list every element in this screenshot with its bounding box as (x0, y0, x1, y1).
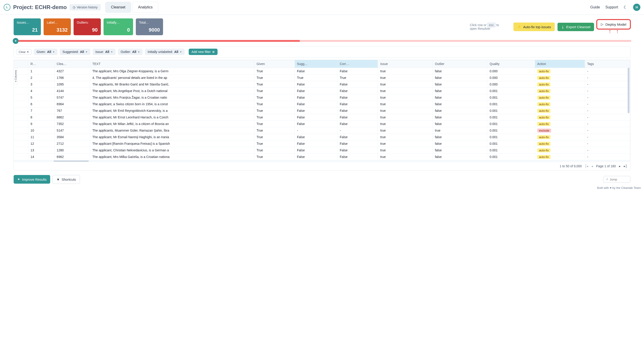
pager-prev-icon[interactable]: ◂ (591, 164, 593, 168)
action-badge: auto-fix (537, 122, 551, 126)
deploy-button[interactable]: ▷ Deploy Model (597, 20, 630, 29)
pager-last-icon[interactable]: ▸⎮ (624, 164, 627, 168)
add-filter-button[interactable]: Add new filter ⊕ (189, 49, 218, 55)
horizontal-scrollbar-thumb[interactable] (54, 160, 89, 162)
cell-action: auto-fix (535, 147, 585, 153)
cell-text: The applicants, Mr Branko Garić and Mr S… (90, 81, 254, 88)
columns-panel-toggle[interactable]: ≡ Columns (14, 68, 18, 84)
horizontal-scrollbar[interactable] (14, 160, 630, 162)
vertical-scrollbar[interactable] (627, 68, 630, 164)
table-row[interactable]: 131280The applicant, Christian Nekvedavi… (14, 147, 630, 153)
th-index[interactable] (14, 60, 28, 68)
table-row[interactable]: 88862The applicant, Mr Ernst Leonhard Ha… (14, 114, 630, 120)
cell-clea: 1280 (54, 147, 90, 153)
cell-suggested: False (294, 107, 338, 114)
th-suggested[interactable]: Sugg… (294, 60, 338, 68)
shortcuts-button[interactable]: ▼ Shortcuts (52, 175, 80, 184)
table-row[interactable]: 122712The applicant [Ramón Franquesa Fre… (14, 140, 630, 147)
guide-link[interactable]: Guide (590, 5, 600, 9)
th-given[interactable]: Given (254, 60, 294, 68)
cell-given: True (254, 127, 294, 134)
stat-outliers[interactable]: Outliers: 90 (74, 19, 101, 35)
table-row[interactable]: 31095The applicants, Mr Branko Garić and… (14, 81, 630, 88)
footer-credit: Built with ♥ by the Cleanlab Team (0, 186, 644, 191)
filter-outlier-value: All (132, 50, 136, 54)
cell-text: The applicants, Muammer Güler, Ramazan Ş… (90, 127, 254, 134)
table-row[interactable]: 113584The applicant, Mr Esmail Narenji H… (14, 134, 630, 140)
jump-field[interactable] (610, 178, 626, 181)
th-outlier[interactable]: Outlier (432, 60, 487, 68)
table-row[interactable]: 97352The applicant, Mr Milan Jeftić, is … (14, 120, 630, 127)
stat-label[interactable]: Label… 3132 (44, 19, 71, 35)
table-row[interactable]: 55747The applicant, Mrs Franjica Žagar, … (14, 94, 630, 101)
action-badge: auto-fix (537, 83, 551, 86)
cell-text: The applicant, Mrs Franjica Žagar, is a … (90, 94, 254, 101)
table-row[interactable]: 44144The applicant, Ms Angelique Post, i… (14, 88, 630, 94)
th-corrected[interactable]: Corr… (338, 60, 378, 68)
th-issue[interactable]: Issue (378, 60, 432, 68)
cell-tags: - (585, 153, 630, 160)
cell-tags: - (585, 114, 630, 120)
pager-first-icon[interactable]: ⎮◂ (585, 164, 588, 168)
cell-text: The applicant, a Swiss citizen born in 1… (90, 101, 254, 107)
cell-r: 10 (28, 127, 54, 134)
jump-input[interactable]: ↗ (603, 176, 630, 183)
cell-suggested: False (294, 147, 338, 153)
stat-total[interactable]: Total… 9000 (136, 19, 163, 35)
vertical-scrollbar-thumb[interactable] (628, 68, 630, 113)
filter-issue[interactable]: Issue: All ▼ (93, 49, 116, 55)
progress-bar[interactable] (17, 40, 631, 42)
cell-text: The applicant, Ms Angelique Post, is a D… (90, 88, 254, 94)
th-r[interactable]: R… (28, 60, 54, 68)
table-row[interactable]: 146962The applicant, Mrs Milka Gaćeša, i… (14, 153, 630, 160)
cell-action: auto-fix (535, 88, 585, 94)
th-action[interactable]: Action (535, 60, 585, 68)
cell-action: auto-fix (535, 153, 585, 160)
dark-mode-icon[interactable]: ☾ (624, 5, 628, 10)
th-clea[interactable]: Clea… (54, 60, 90, 68)
table-row[interactable]: 66964The applicant, a Swiss citizen born… (14, 101, 630, 107)
th-text[interactable]: TEXT (90, 60, 254, 68)
pager-next-icon[interactable]: ▸ (619, 164, 620, 168)
avatar[interactable]: H (633, 4, 640, 11)
cell-clea: 6964 (54, 101, 90, 107)
cell-index (14, 88, 28, 94)
filter-suggested[interactable]: Suggested: All ▼ (60, 49, 90, 55)
filter-unlabeled[interactable]: Initially unlabeled: All ▼ (145, 49, 184, 55)
cell-issue: true (378, 74, 432, 81)
version-history-button[interactable]: ◷ Version history (70, 4, 101, 11)
th-tags[interactable]: Tags (585, 60, 630, 68)
clock-icon: ◷ (73, 6, 76, 9)
filter-outlier[interactable]: Outlier: All ▼ (118, 49, 142, 55)
hint-key: esc (487, 23, 496, 27)
filter-suggested-label: Suggested: (62, 50, 78, 54)
stat-issues[interactable]: Issues… 21 (14, 19, 41, 35)
table-row[interactable]: 105147The applicants, Muammer Güler, Ram… (14, 127, 630, 134)
improve-results-button[interactable]: ✦ Improve Results (14, 175, 50, 184)
cell-quality: 0.001 (487, 153, 535, 160)
cell-issue: true (378, 134, 432, 140)
cell-corrected: False (338, 68, 378, 74)
tab-cleanset[interactable]: Cleanset (105, 2, 131, 13)
cell-outlier: false (432, 68, 487, 74)
autofix-button[interactable]: ⚡ Auto-fix top issues (514, 23, 555, 31)
th-quality[interactable]: Quality (487, 60, 535, 68)
filter-given[interactable]: Given: All ▼ (34, 49, 58, 55)
table-row[interactable]: 14327The applicant, Mrs Olga Ziegner-Kop… (14, 68, 630, 74)
clear-filters-button[interactable]: Clear ✕ (16, 49, 32, 55)
cell-tags: - (585, 101, 630, 107)
support-link[interactable]: Support (606, 5, 618, 9)
export-button[interactable]: ⭳ Export Cleanset (558, 23, 594, 31)
stat-initially[interactable]: Initially… 0 (104, 19, 133, 35)
tab-analytics[interactable]: Analytics (132, 2, 158, 13)
table-row[interactable]: 217664. The applicants' personal details… (14, 74, 630, 81)
cell-corrected: False (338, 147, 378, 153)
cell-given: True (254, 94, 294, 101)
cell-issue: true (378, 153, 432, 160)
table-row[interactable]: 7767The applicant, Mr Emil Reyngoldovich… (14, 107, 630, 114)
action-badge: auto-fix (537, 155, 551, 159)
cell-quality: 0.000 (487, 74, 535, 81)
cell-clea: 5747 (54, 94, 90, 101)
cell-clea: 2712 (54, 140, 90, 147)
cell-text: The applicant, Mrs Olga Ziegner-Koppaney… (90, 68, 254, 74)
